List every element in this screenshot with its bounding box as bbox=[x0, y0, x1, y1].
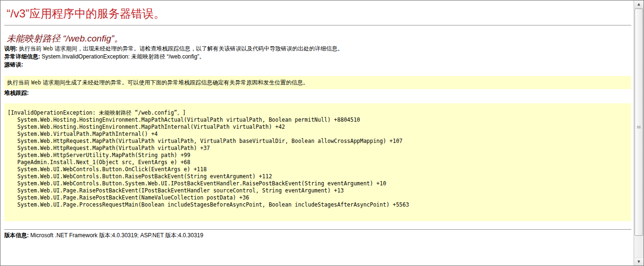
stack-trace-line: System.Web.UI.Page.RaisePostBackEvent(IP… bbox=[8, 187, 627, 194]
description-text-cont: 请求期间，出现未经处理的异常。请检查堆栈跟踪信息，以了解有关该错误以及代码中导致… bbox=[53, 45, 343, 52]
aspnet-error-page: “/v3”应用程序中的服务器错误。 未能映射路径 “/web.config”。 … bbox=[0, 0, 634, 266]
source-error-label: 源错误: bbox=[4, 61, 23, 68]
source-error-heading: 源错误: bbox=[4, 61, 631, 69]
stack-trace-line: System.Web.UI.Page.ProcessRequestMain(Bo… bbox=[8, 201, 627, 208]
description-label: 说明: bbox=[4, 45, 17, 52]
version-info-text: Microsoft .NET Framework 版本:4.0.30319; A… bbox=[29, 232, 203, 239]
scrollbar-thumb[interactable] bbox=[635, 8, 643, 236]
stack-trace-line: System.Web.Hosting.HostingEnvironment.Ma… bbox=[8, 116, 627, 124]
browser-viewport: “/v3”应用程序中的服务器错误。 未能映射路径 “/web.config”。 … bbox=[0, 0, 644, 266]
description-text: 执行当前 bbox=[17, 45, 43, 52]
stack-trace-line: System.Web.HttpRequest.MapPath(VirtualPa… bbox=[8, 138, 627, 145]
thumb-grip-icon bbox=[637, 126, 641, 126]
footer-divider bbox=[4, 229, 631, 230]
version-info-label: 版本信息: bbox=[4, 232, 29, 239]
version-info: 版本信息: Microsoft .NET Framework 版本:4.0.30… bbox=[4, 232, 631, 240]
description-code-web: Web bbox=[43, 45, 53, 52]
stack-trace-heading: 堆栈跟踪: bbox=[4, 89, 631, 97]
stack-trace-line: PageAdmin.Install.Next_1(Object src, Eve… bbox=[8, 159, 627, 166]
exception-details-text: System.InvalidOperationException: 未能映射路径… bbox=[40, 53, 205, 60]
stack-trace-line: System.Web.VirtualPath.MapPathInternal()… bbox=[8, 131, 627, 138]
description-line: 说明: 执行当前 Web 请求期间，出现未经处理的异常。请检查堆栈跟踪信息，以了… bbox=[4, 45, 631, 53]
source-error-text: 执行当前 bbox=[7, 79, 31, 86]
scroll-up-button[interactable]: ▲ bbox=[634, 0, 644, 8]
source-error-code-web: Web bbox=[31, 79, 41, 86]
page-title: “/v3”应用程序中的服务器错误。 bbox=[7, 7, 631, 21]
up-arrow-icon: ▲ bbox=[637, 3, 640, 6]
vertical-scrollbar[interactable]: ▲ ▼ bbox=[634, 0, 644, 266]
stack-trace-line: System.Web.UI.WebControls.Button.System.… bbox=[8, 180, 627, 187]
source-error-text-cont: 请求期间生成了未经处理的异常。可以使用下面的异常堆栈跟踪信息确定有关异常原因和发… bbox=[41, 79, 308, 86]
title-divider bbox=[4, 25, 631, 25]
page-subtitle: 未能映射路径 “/web.config”。 bbox=[7, 33, 631, 45]
stack-trace-line: System.Web.UI.WebControls.Button.RaisePo… bbox=[8, 173, 627, 180]
exception-details-label: 异常详细信息: bbox=[4, 53, 40, 60]
stack-trace-line: System.Web.Hosting.HostingEnvironment.Ma… bbox=[8, 124, 627, 131]
stack-trace-line: System.Web.UI.WebControls.Button.OnClick… bbox=[8, 166, 627, 173]
source-error-box: 执行当前 Web 请求期间生成了未经处理的异常。可以使用下面的异常堆栈跟踪信息确… bbox=[4, 76, 631, 89]
stack-trace-line: System.Web.HttpServerUtility.MapPath(Str… bbox=[8, 152, 627, 159]
stack-trace: [InvalidOperationException: 未能映射路径 “/web… bbox=[8, 109, 627, 208]
exception-details-line: 异常详细信息: System.InvalidOperationException… bbox=[4, 53, 631, 61]
stack-trace-line: System.Web.UI.Page.RaisePostBackEvent(Na… bbox=[8, 194, 627, 201]
stack-trace-label: 堆栈跟踪: bbox=[4, 90, 29, 96]
down-arrow-icon: ▼ bbox=[637, 260, 640, 264]
stack-trace-box: [InvalidOperationException: 未能映射路径 “/web… bbox=[4, 103, 631, 221]
stack-trace-line: System.Web.HttpRequest.MapPath(VirtualPa… bbox=[8, 145, 627, 152]
scroll-down-button[interactable]: ▼ bbox=[634, 258, 644, 266]
scrollbar-track[interactable] bbox=[634, 8, 644, 258]
stack-trace-line: [InvalidOperationException: 未能映射路径 “/web… bbox=[8, 109, 627, 116]
